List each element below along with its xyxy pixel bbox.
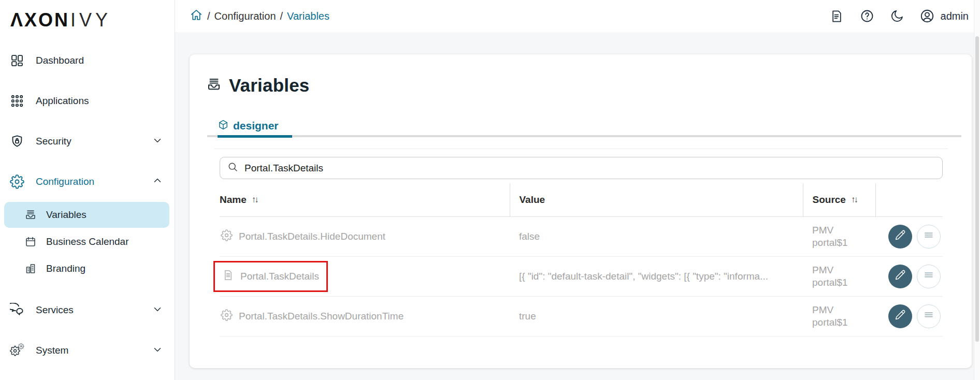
gear-icon: [221, 229, 233, 244]
sidebar-item-dashboard[interactable]: Dashboard: [0, 40, 175, 81]
branding-icon: [24, 262, 37, 275]
sidebar-item-monitor[interactable]: Monitor: [0, 371, 175, 380]
hamburger-icon: [923, 229, 935, 244]
applications-icon: [9, 93, 25, 109]
tab-bar: designer: [220, 114, 942, 137]
chevron-down-icon: [152, 303, 163, 317]
sidebar-item-branding[interactable]: Branding: [4, 256, 169, 282]
hamburger-icon: [923, 309, 935, 324]
sort-name-icon[interactable]: ↑↓: [252, 195, 257, 205]
vertical-scrollbar[interactable]: [974, 0, 980, 380]
chevron-down-icon: [152, 135, 163, 149]
sort-source-icon[interactable]: ↑↓: [851, 195, 857, 205]
sidebar-item-configuration[interactable]: Configuration: [0, 162, 175, 202]
app-window: ΛXON IVY Dashboard Applications Security: [0, 0, 980, 380]
scrollbar-thumb[interactable]: [975, 36, 979, 342]
file-icon: [222, 269, 234, 284]
tab-rail: [207, 135, 961, 137]
breadcrumb-configuration[interactable]: Configuration: [214, 10, 276, 22]
variables-icon: [24, 208, 37, 222]
axonivy-logo: ΛXON IVY: [0, 5, 175, 40]
content-area: Variables designer: [175, 32, 980, 380]
row-value: true: [510, 296, 803, 336]
row-name-cell-inner: Portal.TaskDetails.ShowDurationTime: [220, 302, 405, 330]
column-header-value: Value: [520, 194, 545, 206]
edit-button[interactable]: [888, 225, 912, 249]
breadcrumb-variables[interactable]: Variables: [287, 10, 329, 22]
sidebar-item-services[interactable]: Services: [0, 290, 175, 330]
row-source-pmv: PMV: [812, 304, 875, 316]
sidebar-item-label: System: [36, 345, 68, 356]
user-avatar-icon[interactable]: [920, 9, 934, 23]
pencil-icon: [895, 309, 906, 323]
table-row[interactable]: Portal.TaskDetails.HideDocument false PM…: [220, 216, 943, 256]
sidebar-item-label: Services: [36, 304, 74, 316]
row-source-pmv: PMV: [812, 224, 875, 237]
column-header-source: Source: [813, 194, 846, 206]
row-menu-button[interactable]: [917, 265, 941, 288]
edit-button[interactable]: [888, 265, 912, 288]
row-source-pm: portal$1: [812, 316, 875, 329]
breadcrumb: / Configuration / Variables: [190, 8, 329, 24]
dashboard-icon: [9, 52, 25, 69]
help-icon[interactable]: [860, 9, 874, 23]
table-row[interactable]: Portal.TaskDetails [{ "id": "default-tas…: [220, 256, 943, 296]
breadcrumb-separator: /: [280, 10, 283, 22]
breadcrumb-separator: /: [207, 10, 210, 22]
gear-icon: [221, 309, 233, 324]
pencil-icon: [895, 229, 906, 243]
row-name-label: Portal.TaskDetails.ShowDurationTime: [239, 311, 403, 322]
tab-designer[interactable]: designer: [218, 114, 292, 137]
sidebar-item-label: Applications: [36, 95, 89, 107]
sidebar-item-label: Configuration: [36, 176, 94, 187]
variables-table-body: Portal.TaskDetails.HideDocument false PM…: [220, 216, 943, 336]
row-menu-button[interactable]: [917, 304, 941, 328]
username-label[interactable]: admin: [941, 10, 969, 22]
row-source-pm: portal$1: [812, 276, 875, 289]
sidebar-item-applications[interactable]: Applications: [0, 81, 175, 121]
variables-title-icon: [206, 77, 222, 94]
sidebar-item-security[interactable]: Security: [0, 121, 175, 162]
edit-button[interactable]: [888, 304, 912, 328]
sidebar-item-system[interactable]: System: [0, 330, 175, 371]
search-icon: [227, 162, 238, 174]
logo-text-light: IVY: [70, 9, 111, 31]
row-menu-button[interactable]: [917, 225, 941, 249]
home-icon[interactable]: [190, 8, 203, 24]
logo-text-bold: ΛXON: [10, 9, 69, 31]
variables-table: Name ↑↓ Value Source ↑↓: [220, 183, 943, 337]
sidebar-item-business-calendar[interactable]: Business Calendar: [4, 229, 169, 255]
sidebar-item-label: Security: [36, 136, 71, 147]
table-header-row: Name ↑↓ Value Source ↑↓: [220, 183, 943, 216]
variables-card: Variables designer: [190, 54, 972, 368]
dark-mode-moon-icon[interactable]: [890, 9, 904, 23]
panel-separator: [214, 149, 948, 149]
cube-icon: [218, 119, 229, 133]
chat-bubbles-icon: [9, 302, 25, 318]
sidebar-item-label: Variables: [46, 209, 87, 221]
sidebar-item-label: Branding: [46, 263, 85, 274]
double-gear-icon: [9, 342, 25, 359]
hamburger-icon: [923, 269, 935, 284]
row-name-cell-inner: Portal.TaskDetails.HideDocument: [220, 223, 386, 251]
search-box: [220, 157, 943, 179]
topbar-actions: admin: [830, 9, 969, 23]
search-input[interactable]: [244, 163, 935, 174]
sidebar-item-label: Business Calendar: [46, 236, 128, 247]
sidebar-item-label: Dashboard: [36, 55, 84, 66]
document-icon[interactable]: [830, 9, 844, 23]
chevron-down-icon: [152, 344, 163, 358]
row-source-pmv: PMV: [812, 264, 875, 276]
row-value: false: [510, 216, 803, 256]
shield-lock-icon: [9, 133, 25, 150]
table-row[interactable]: Portal.TaskDetails.ShowDurationTime true…: [220, 296, 943, 336]
main-area: / Configuration / Variables admin: [175, 0, 980, 380]
gear-icon: [9, 173, 25, 190]
page-title-row: Variables: [206, 75, 942, 96]
row-source-pm: portal$1: [812, 237, 875, 249]
page-title: Variables: [229, 75, 310, 96]
row-name-label: Portal.TaskDetails.HideDocument: [239, 231, 385, 242]
sidebar-item-variables[interactable]: Variables: [4, 202, 169, 228]
row-value: [{ "id": "default-task-detail", "widgets…: [510, 256, 803, 296]
calendar-icon: [24, 235, 37, 249]
